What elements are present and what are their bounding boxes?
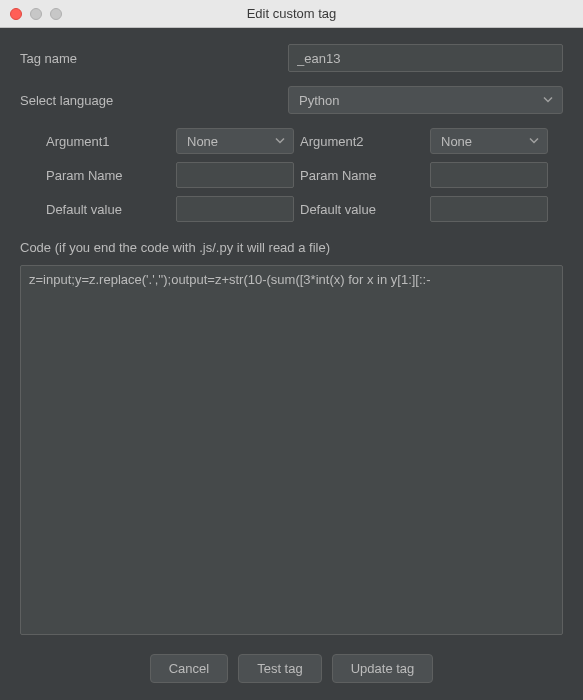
code-label: Code (if you end the code with .js/.py i… bbox=[20, 240, 563, 255]
minimize-icon[interactable] bbox=[30, 8, 42, 20]
language-label: Select language bbox=[20, 93, 288, 108]
argument2-default-label: Default value bbox=[300, 196, 424, 222]
update-tag-button[interactable]: Update tag bbox=[332, 654, 434, 683]
window-controls bbox=[0, 8, 62, 20]
titlebar: Edit custom tag bbox=[0, 0, 583, 28]
argument2-type-value: None bbox=[441, 134, 472, 149]
argument1-param-label: Param Name bbox=[46, 162, 170, 188]
argument1-type-value: None bbox=[187, 134, 218, 149]
argument1-label: Argument1 bbox=[46, 128, 170, 154]
window-title: Edit custom tag bbox=[0, 6, 583, 21]
button-row: Cancel Test tag Update tag bbox=[20, 654, 563, 683]
dialog-content: Tag name Select language Python Argument… bbox=[0, 28, 583, 699]
tag-name-input[interactable] bbox=[288, 44, 563, 72]
language-select-wrap: Python bbox=[288, 86, 563, 114]
maximize-icon[interactable] bbox=[50, 8, 62, 20]
tag-name-label: Tag name bbox=[20, 51, 288, 66]
language-row: Select language Python bbox=[20, 86, 563, 114]
chevron-down-icon bbox=[275, 134, 285, 149]
chevron-down-icon bbox=[543, 93, 553, 108]
cancel-button[interactable]: Cancel bbox=[150, 654, 228, 683]
argument2-type-select[interactable]: None bbox=[430, 128, 548, 154]
tag-name-row: Tag name bbox=[20, 44, 563, 72]
test-tag-button[interactable]: Test tag bbox=[238, 654, 322, 683]
close-icon[interactable] bbox=[10, 8, 22, 20]
argument1-type-select[interactable]: None bbox=[176, 128, 294, 154]
chevron-down-icon bbox=[529, 134, 539, 149]
argument1-param-input[interactable] bbox=[176, 162, 294, 188]
argument2-default-input[interactable] bbox=[430, 196, 548, 222]
argument2-label: Argument2 bbox=[300, 128, 424, 154]
arguments-grid: Argument1 None Argument2 None Param Name… bbox=[20, 128, 563, 222]
code-textarea[interactable] bbox=[20, 265, 563, 635]
language-select[interactable]: Python bbox=[288, 86, 563, 114]
argument2-param-label: Param Name bbox=[300, 162, 424, 188]
argument2-param-input[interactable] bbox=[430, 162, 548, 188]
argument1-default-input[interactable] bbox=[176, 196, 294, 222]
argument1-default-label: Default value bbox=[46, 196, 170, 222]
language-select-value: Python bbox=[299, 93, 339, 108]
